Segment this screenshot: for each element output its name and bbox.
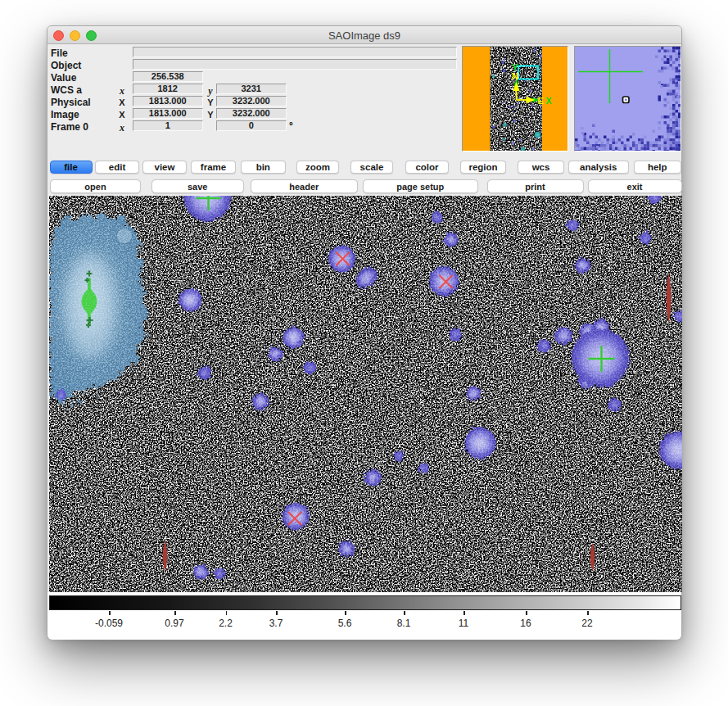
svg-text:X: X <box>546 96 552 106</box>
svg-text:N: N <box>512 71 518 81</box>
svg-text:E: E <box>538 96 544 106</box>
